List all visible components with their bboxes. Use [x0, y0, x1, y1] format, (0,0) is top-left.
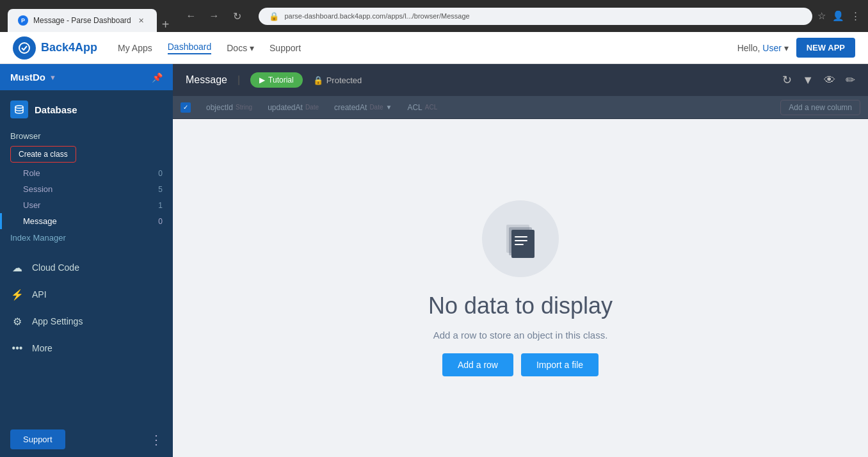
no-data-subtitle: Add a row to store an object in this cla… — [433, 330, 608, 341]
nav-dashboard[interactable]: Dashboard — [168, 42, 212, 54]
svg-point-0 — [19, 43, 29, 53]
edit-icon[interactable]: ✏ — [846, 73, 855, 87]
address-text: parse-dashboard.back4app.com/apps/l.../b… — [284, 12, 469, 20]
nav-my-apps[interactable]: My Apps — [118, 43, 152, 53]
tab-close-button[interactable]: ✕ — [136, 15, 147, 26]
class-item-role[interactable]: Role 0 — [0, 165, 173, 181]
select-all-checkbox[interactable]: ✓ — [181, 102, 191, 113]
browser-controls: ← → ↻ — [174, 7, 253, 25]
sidebar-item-label: Cloud Code — [32, 262, 79, 273]
sidebar-app-header: MustDo ▼ 📌 — [0, 64, 173, 90]
new-tab-button[interactable]: + — [162, 17, 170, 32]
page-title: Message — [186, 74, 227, 86]
col-created-at: createdAt Date ▼ — [326, 103, 399, 112]
table-header: ✓ objectId String updatedAt Date created… — [173, 96, 868, 119]
class-name: Session — [23, 184, 52, 194]
col-updated-at: updatedAt Date — [260, 103, 326, 112]
col-dropdown-icon[interactable]: ▼ — [386, 104, 392, 111]
class-name: User — [23, 200, 40, 210]
more-icon: ••• — [10, 341, 24, 355]
protected-label: Protected — [326, 76, 362, 85]
database-icon — [10, 100, 28, 118]
no-data-title: No data to display — [428, 293, 613, 319]
hello-text: Hello, User ▾ — [737, 43, 789, 53]
logo-icon — [13, 36, 36, 60]
browser-actions: ☆ 👤 ⋮ — [817, 10, 860, 22]
tab-favicon: P — [18, 15, 28, 26]
sidebar-item-cloud-code[interactable]: ☁ Cloud Code — [0, 254, 173, 281]
tab-title: Message - Parse Dashboard — [33, 16, 131, 25]
svg-rect-6 — [515, 240, 527, 241]
separator: | — [237, 74, 240, 86]
browser-subsection: Browser Create a class Role 0 Session 5 … — [0, 124, 173, 249]
active-tab[interactable]: P Message - Parse Dashboard ✕ — [8, 9, 157, 32]
protected-badge[interactable]: 🔒 Protected — [313, 76, 362, 85]
sidebar-item-app-settings[interactable]: ⚙ App Settings — [0, 308, 173, 335]
sidebar-item-label: API — [32, 289, 47, 300]
class-count: 0 — [158, 217, 163, 226]
browser-tabs: P Message - Parse Dashboard ✕ + — [8, 0, 169, 32]
class-name: Message — [23, 216, 57, 226]
play-icon: ▶ — [259, 76, 265, 84]
col-object-id: objectId String — [198, 103, 260, 112]
pin-icon[interactable]: 📌 — [152, 72, 163, 83]
svg-rect-7 — [515, 244, 524, 245]
nav-support[interactable]: Support — [269, 43, 301, 53]
support-button[interactable]: Support — [10, 429, 65, 449]
tutorial-button[interactable]: ▶ Tutorial — [250, 72, 303, 88]
browser-chrome: P Message - Parse Dashboard ✕ + ← → ↻ 🔒 … — [0, 0, 868, 32]
app-name[interactable]: MustDo ▼ — [10, 72, 56, 83]
import-file-button[interactable]: Import a file — [521, 353, 599, 376]
class-count: 1 — [158, 201, 163, 210]
browser-label: Browser — [0, 126, 173, 143]
class-count: 5 — [158, 185, 163, 194]
menu-icon[interactable]: ⋮ — [851, 10, 860, 22]
bookmark-icon[interactable]: ☆ — [817, 10, 826, 22]
class-item-session[interactable]: Session 5 — [0, 181, 173, 197]
api-icon: ⚡ — [10, 287, 24, 301]
tutorial-label: Tutorial — [268, 76, 294, 84]
col-type: String — [236, 104, 252, 111]
col-name: ACL — [407, 103, 422, 112]
sidebar-item-api[interactable]: ⚡ API — [0, 281, 173, 308]
class-item-user[interactable]: User 1 — [0, 197, 173, 213]
add-column-button[interactable]: Add a new column — [780, 100, 860, 115]
refresh-button[interactable]: ↻ — [228, 7, 246, 25]
col-type: Date — [369, 104, 383, 111]
forward-button[interactable]: → — [205, 7, 223, 25]
sidebar-item-label: App Settings — [32, 316, 83, 326]
settings-icon: ⚙ — [10, 314, 24, 328]
add-row-button[interactable]: Add a row — [442, 353, 513, 376]
visibility-icon[interactable]: 👁 — [824, 74, 835, 87]
database-label: Database — [35, 104, 77, 115]
nav-docs[interactable]: Docs ▾ — [227, 43, 254, 53]
new-app-button[interactable]: NEW APP — [796, 38, 855, 58]
back-button[interactable]: ← — [182, 7, 200, 25]
app-name-text: MustDo — [10, 72, 45, 83]
header-right: Hello, User ▾ NEW APP — [737, 38, 855, 58]
col-acl: ACL ACL — [399, 103, 445, 112]
col-name: createdAt — [334, 103, 367, 112]
main-layout: MustDo ▼ 📌 Database Browser Create a — [0, 64, 868, 457]
content-header-right: ↻ ▼ 👁 ✏ — [782, 73, 855, 87]
create-class-button[interactable]: Create a class — [10, 146, 76, 163]
class-name: Role — [23, 168, 40, 178]
empty-state-icon — [482, 200, 559, 277]
database-header[interactable]: Database — [0, 95, 173, 124]
sidebar: MustDo ▼ 📌 Database Browser Create a — [0, 64, 173, 457]
address-bar[interactable]: 🔒 parse-dashboard.back4app.com/apps/l...… — [259, 8, 812, 25]
filter-icon[interactable]: ▼ — [802, 74, 814, 87]
sidebar-item-more[interactable]: ••• More — [0, 335, 173, 362]
col-name: objectId — [206, 103, 233, 112]
cloud-code-icon: ☁ — [10, 261, 24, 275]
refresh-data-icon[interactable]: ↻ — [782, 73, 792, 87]
main-content: No data to display Add a row to store an… — [173, 119, 868, 457]
class-item-message[interactable]: Message 0 — [0, 213, 173, 229]
index-manager-link[interactable]: Index Manager — [0, 229, 173, 246]
logo[interactable]: Back4App — [13, 36, 97, 60]
action-buttons: Add a row Import a file — [442, 353, 599, 376]
col-type: ACL — [425, 104, 437, 111]
more-dots-button[interactable]: ⋮ — [150, 432, 163, 447]
profile-icon[interactable]: 👤 — [832, 10, 844, 22]
content-area: Message | ▶ Tutorial 🔒 Protected ↻ ▼ 👁 ✏… — [173, 64, 868, 457]
